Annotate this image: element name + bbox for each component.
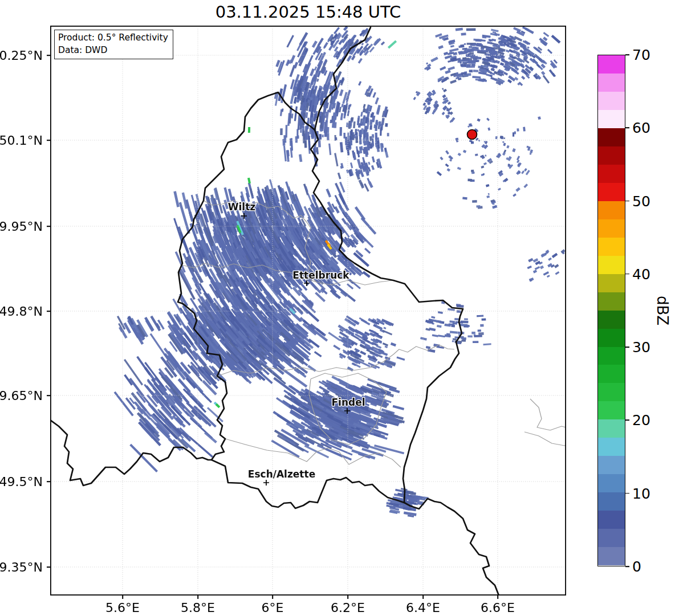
x-tick-label: 6.4°E	[406, 601, 440, 615]
city-label: Wiltz	[228, 201, 256, 213]
city-marker-cross	[344, 408, 350, 414]
colorbar-tick-label: 40	[632, 266, 650, 282]
x-tick-mark	[497, 595, 498, 599]
colorbar-segment	[598, 274, 625, 292]
map-overlay-svg: WiltzEttelbruckFindelEsch/Alzette	[50, 26, 566, 595]
y-tick-mark	[47, 566, 50, 568]
colorbar-segment	[598, 492, 625, 511]
y-tick-label: 49.65°N	[0, 389, 43, 403]
country-border-belgium-germany	[315, 27, 371, 130]
city-marker-cross	[304, 280, 310, 286]
colorbar-tick-mark	[625, 566, 629, 567]
colorbar-segment	[598, 219, 625, 238]
y-axis: 50.25°N50.1°N49.95°N49.8°N49.65°N49.5°N4…	[0, 26, 50, 595]
colorbar-segment	[598, 347, 625, 365]
colorbar-segment	[598, 183, 625, 201]
colorbar-segment	[598, 146, 625, 165]
y-tick-mark	[47, 55, 50, 56]
city-label: Ettelbruck	[292, 270, 349, 281]
y-tick-label: 49.35°N	[0, 560, 43, 574]
colorbar-segment	[598, 529, 625, 547]
product-info-line: Product: 0.5° Reflectivity	[58, 31, 168, 44]
district-border	[530, 399, 566, 430]
colorbar	[597, 55, 625, 566]
y-tick-label: 49.95°N	[0, 219, 43, 234]
y-tick-label: 49.5°N	[0, 475, 43, 489]
colorbar-tick-mark	[625, 54, 629, 55]
x-tick-label: 6°E	[262, 601, 284, 615]
x-tick-label: 5.8°E	[181, 601, 215, 615]
colorbar-segment	[598, 74, 625, 92]
x-tick-label: 6.6°E	[481, 601, 515, 615]
colorbar-label: dBZ	[654, 296, 671, 325]
colorbar-segment	[598, 201, 625, 219]
colorbar-tick-mark	[625, 127, 629, 128]
x-tick-mark	[347, 595, 348, 599]
colorbar-tick-label: 60	[632, 120, 650, 136]
y-tick-mark	[47, 395, 50, 396]
map-plot-area: WiltzEttelbruckFindelEsch/Alzette Produc…	[50, 26, 566, 595]
colorbar-tick-label: 0	[632, 558, 641, 575]
colorbar-segment	[598, 419, 625, 438]
country-border-france-germany	[404, 499, 499, 595]
colorbar-tick-mark	[625, 346, 629, 348]
colorbar-tick-label: 20	[632, 412, 650, 429]
district-border	[524, 432, 566, 446]
y-tick-mark	[47, 481, 50, 482]
y-tick-label: 50.25°N	[0, 48, 43, 63]
colorbar-segment	[598, 311, 625, 329]
radar-figure: 03.11.2025 15:48 UTC WiltzEttelbruckFind…	[0, 0, 675, 616]
plot-frame	[51, 26, 566, 595]
y-tick-label: 50.1°N	[0, 133, 43, 148]
y-tick-label: 49.8°N	[0, 304, 43, 319]
colorbar-tick-mark	[625, 420, 629, 421]
colorbar-segment	[598, 383, 625, 401]
radar-site-dot	[467, 130, 477, 140]
city-label: Esch/Alzette	[248, 468, 315, 480]
colorbar-tick-label: 50	[632, 193, 650, 209]
data-source-line: Data: DWD	[58, 44, 168, 56]
district-border	[217, 345, 454, 376]
city-marker-cross	[241, 213, 247, 219]
city-marker-cross	[263, 480, 269, 486]
colorbar-segment	[598, 165, 625, 183]
colorbar-segment	[598, 128, 625, 146]
city-label: Findel	[331, 397, 365, 408]
colorbar-segment	[598, 238, 625, 256]
x-tick-label: 5.6°E	[105, 601, 140, 615]
colorbar-segment	[598, 292, 625, 311]
colorbar-segment	[598, 401, 625, 419]
plot-title: 03.11.2025 15:48 UTC	[50, 2, 566, 22]
y-tick-mark	[47, 311, 50, 312]
y-tick-mark	[47, 140, 50, 141]
country-border-luxembourg	[178, 92, 463, 508]
colorbar-tick-mark	[625, 493, 629, 494]
colorbar-segment	[598, 474, 625, 492]
country-border-france-belgium	[50, 420, 212, 486]
product-info-box: Product: 0.5° Reflectivity Data: DWD	[54, 30, 173, 59]
x-tick-mark	[272, 595, 273, 599]
colorbar-segment	[598, 547, 625, 565]
x-tick-mark	[422, 595, 424, 599]
colorbar-segment	[598, 256, 625, 274]
colorbar-tick-label: 30	[632, 339, 650, 356]
colorbar-tick-mark	[625, 274, 629, 275]
district-border	[225, 439, 401, 467]
colorbar-segment	[598, 456, 625, 474]
colorbar-segment	[598, 365, 625, 383]
x-tick-mark	[122, 595, 123, 599]
colorbar-segment	[598, 329, 625, 347]
x-tick-label: 6.2°E	[331, 601, 365, 615]
colorbar-segment	[598, 110, 625, 128]
y-tick-mark	[47, 226, 50, 227]
colorbar-segment	[598, 55, 625, 74]
colorbar-tick-label: 10	[632, 485, 650, 501]
colorbar-segment	[598, 511, 625, 529]
colorbar-tick-label: 70	[632, 47, 650, 63]
x-tick-mark	[197, 595, 198, 599]
colorbar-tick-mark	[625, 201, 629, 202]
colorbar-segment	[598, 438, 625, 456]
x-axis: 5.6°E5.8°E6°E6.2°E6.4°E6.6°E	[50, 595, 566, 616]
colorbar-segment	[598, 92, 625, 110]
